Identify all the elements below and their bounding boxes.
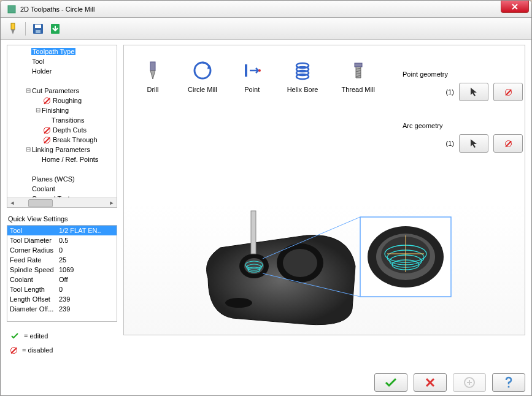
qv-value: 0.5 [59, 237, 114, 244]
ok-button[interactable] [374, 373, 407, 392]
close-button[interactable] [501, 1, 529, 13]
plus-circle-icon [464, 377, 475, 388]
add-button[interactable] [453, 373, 486, 392]
window-title: 2D Toolpaths - Circle Mill [20, 6, 94, 13]
qv-key: Length Offset [10, 295, 59, 303]
tree-item[interactable] [7, 76, 117, 86]
help-button[interactable] [492, 373, 525, 392]
question-icon [503, 376, 514, 389]
tree-item[interactable]: Toolpath Type [7, 47, 117, 56]
collapse-icon[interactable]: ⊟ [25, 147, 31, 153]
legend-disabled: = disabled [10, 346, 117, 354]
toolbar [1, 18, 531, 40]
tree-item-label: Toolpath Type [31, 48, 75, 55]
tree-item-label: Cut Parameters [31, 87, 80, 94]
collapse-icon[interactable]: ⊟ [25, 88, 31, 94]
toolpath-helix[interactable]: Helix Bore [287, 59, 318, 93]
quick-view-title: Quick View Settings [8, 215, 117, 223]
arc-geometry-count: (1) [439, 140, 454, 147]
tool-button[interactable] [6, 21, 20, 36]
toolpath-drill[interactable]: Drill [141, 59, 164, 93]
quick-view-row[interactable]: Corner Radius0 [7, 245, 117, 255]
tree-item[interactable]: Tool [7, 56, 117, 66]
quick-view-row[interactable]: Diameter Off...239 [7, 304, 117, 314]
quick-view-row[interactable]: Tool Diameter0.5 [7, 235, 117, 245]
tree-item[interactable] [7, 164, 117, 174]
tree-item[interactable]: Depth Cuts [7, 125, 117, 135]
quick-view-row[interactable]: Spindle Speed1069 [7, 265, 117, 275]
toolpath-label: Drill [147, 86, 159, 93]
toolbar-separator [25, 22, 26, 36]
disabled-icon [10, 347, 17, 354]
quick-view-panel: Tool1/2 FLAT EN..Tool Diameter0.5Corner … [7, 225, 117, 322]
tree-item[interactable]: ⊟Linking Parameters [7, 145, 117, 154]
tree-item[interactable]: Break Through [7, 135, 117, 145]
arc-clear-button[interactable] [493, 134, 523, 153]
tree-item[interactable]: Coolant [7, 184, 117, 194]
parameter-tree[interactable]: Toolpath TypeToolHolder⊟Cut ParametersRo… [7, 45, 117, 197]
tree-item-label: Tool [31, 58, 45, 65]
arc-geometry-label: Arc geometry [403, 122, 525, 129]
scroll-right-icon[interactable]: ► [107, 198, 117, 208]
qv-value: 25 [59, 256, 114, 264]
tree-item[interactable]: ⊟Cut Parameters [7, 86, 117, 96]
quick-view-row[interactable]: Tool1/2 FLAT EN.. [7, 226, 117, 235]
legend: = edited = disabled [7, 332, 117, 360]
qv-key: Feed Rate [10, 256, 59, 264]
tree-item-label: Planes (WCS) [31, 175, 75, 183]
toolpath-thread[interactable]: Thread Mill [341, 59, 374, 93]
qv-key: Diameter Off... [10, 305, 59, 313]
arc-geometry-group: Arc geometry (1) [403, 122, 525, 153]
toolpath-label: Helix Bore [287, 86, 318, 93]
tree-item[interactable]: Transitions [7, 115, 117, 125]
qv-value: 1069 [59, 266, 114, 273]
import-icon [49, 23, 61, 35]
quick-view-row[interactable]: Feed Rate25 [7, 255, 117, 265]
cancel-button[interactable] [414, 373, 447, 392]
quick-view-row[interactable]: Length Offset239 [7, 294, 117, 304]
qv-value: 239 [59, 305, 114, 313]
tree-item[interactable]: Holder [7, 66, 117, 76]
scroll-thumb[interactable] [28, 199, 53, 207]
tree-item-label: Finishing [41, 107, 69, 114]
toolpath-point[interactable]: Point [241, 59, 264, 93]
tree-hscroll[interactable]: ◄ ► [7, 197, 117, 208]
preview-image [124, 204, 525, 335]
save-icon [32, 23, 44, 35]
qv-value: Off [59, 276, 114, 283]
tree-panel: Toolpath TypeToolHolder⊟Cut ParametersRo… [7, 45, 117, 208]
point-clear-button[interactable] [493, 83, 523, 101]
quick-view-row[interactable]: CoolantOff [7, 275, 117, 284]
qv-key: Corner Radius [10, 246, 59, 254]
tree-item[interactable]: Planes (WCS) [7, 174, 117, 184]
svg-point-37 [508, 386, 510, 388]
qv-key: Tool [10, 227, 59, 234]
qv-key: Coolant [10, 276, 59, 283]
clear-icon [505, 89, 512, 96]
toolpath-circle[interactable]: Circle Mill [188, 59, 217, 93]
tree-item-label: Transitions [51, 116, 85, 124]
tree-item-label: Depth Cuts [52, 126, 87, 134]
save-button[interactable] [31, 21, 45, 36]
point-select-button[interactable] [459, 83, 488, 101]
disabled-icon [42, 126, 51, 134]
arc-select-button[interactable] [459, 134, 488, 153]
svg-rect-8 [245, 64, 247, 77]
titlebar: 2D Toolpaths - Circle Mill [1, 1, 531, 18]
app-icon [7, 4, 17, 14]
collapse-icon[interactable]: ⊟ [34, 107, 41, 114]
qv-value: 239 [59, 295, 114, 303]
scroll-left-icon[interactable]: ◄ [7, 198, 17, 208]
svg-rect-1 [11, 23, 15, 29]
tree-item[interactable]: Roughing [7, 96, 117, 105]
tree-item-label: Coolant [31, 185, 56, 192]
tree-item[interactable]: Home / Ref. Points [7, 154, 117, 164]
tree-item[interactable]: ⊟Finishing [7, 105, 117, 115]
quick-view-list[interactable]: Tool1/2 FLAT EN..Tool Diameter0.5Corner … [7, 226, 117, 322]
tree-item-label: Home / Ref. Points [41, 156, 99, 163]
import-button[interactable] [48, 21, 63, 36]
cursor-icon [469, 138, 479, 149]
legend-edited-label: = edited [24, 332, 48, 340]
qv-key: Tool Diameter [10, 237, 59, 244]
quick-view-row[interactable]: Tool Length0 [7, 284, 117, 294]
